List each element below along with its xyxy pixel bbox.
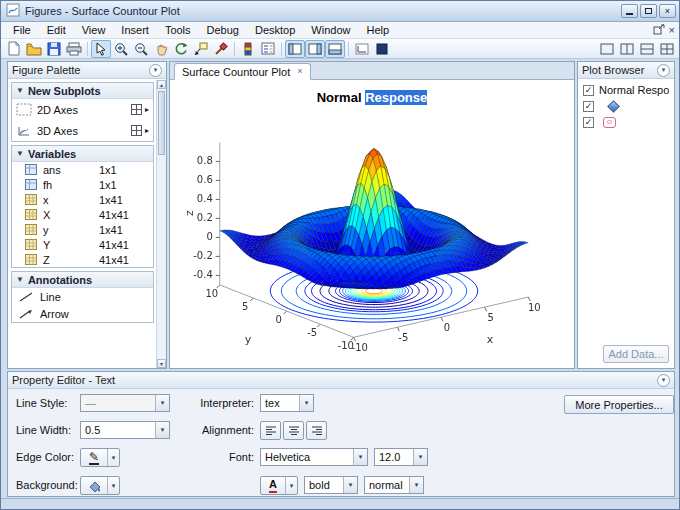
pan-button[interactable] xyxy=(151,40,171,58)
figure-color-button[interactable] xyxy=(372,40,392,58)
menu-help[interactable]: Help xyxy=(358,22,397,39)
contour-visible-checkbox[interactable]: ✓ xyxy=(583,117,594,128)
tile-single-button[interactable] xyxy=(597,40,617,58)
expand-icon[interactable]: ▸ xyxy=(145,126,149,135)
maximize-button[interactable] xyxy=(640,4,657,18)
figure-palette-header[interactable]: Figure Palette ▾ xyxy=(8,62,166,79)
tab-surface-contour-plot[interactable]: Surface Countour Plot × xyxy=(174,63,311,80)
variable-row-y[interactable]: y 1x41 xyxy=(12,222,153,237)
new-3d-axes-item[interactable]: 3D Axes ▸ xyxy=(12,120,153,141)
edit-plot-button[interactable] xyxy=(91,40,111,58)
axes-visible-checkbox[interactable]: ✓ xyxy=(583,85,594,96)
print-figure-button[interactable] xyxy=(64,40,84,58)
tile-grid-button[interactable] xyxy=(657,40,677,58)
font-size-select[interactable]: 12.0 ▾ xyxy=(374,448,428,466)
show-plot-browser-button[interactable] xyxy=(305,40,325,58)
variable-row-ans[interactable]: ans 1x1 xyxy=(12,162,153,177)
show-figure-palette-button[interactable] xyxy=(285,40,305,58)
surface-visible-checkbox[interactable]: ✓ xyxy=(583,101,594,112)
background-color-button[interactable]: ▾ xyxy=(80,476,120,495)
font-weight-select[interactable]: bold ▾ xyxy=(304,476,358,494)
menu-tools[interactable]: Tools xyxy=(157,22,199,39)
plot-browser-row-surface[interactable]: ✓ xyxy=(578,98,674,114)
tab-close-icon[interactable]: × xyxy=(297,67,302,76)
tile-top-bottom-button[interactable] xyxy=(637,40,657,58)
property-editor-menu-button[interactable]: ▾ xyxy=(657,374,670,387)
zoom-out-button[interactable] xyxy=(131,40,151,58)
rotate-3d-button[interactable] xyxy=(171,40,191,58)
font-angle-select[interactable]: normal ▾ xyxy=(364,476,424,494)
dropdown-arrow-icon[interactable]: ▾ xyxy=(285,477,297,494)
dropdown-arrow-icon[interactable]: ▾ xyxy=(155,395,169,411)
insert-axes-button[interactable] xyxy=(352,40,372,58)
close-button[interactable]: × xyxy=(659,4,676,18)
surface-plot-canvas[interactable] xyxy=(179,96,569,354)
document-bar-close-button[interactable]: × xyxy=(669,24,675,36)
dropdown-arrow-icon[interactable]: ▾ xyxy=(409,477,423,493)
property-editor-header[interactable]: Property Editor - Text ▾ xyxy=(8,372,674,389)
plot-browser-menu-button[interactable]: ▾ xyxy=(657,64,670,77)
save-figure-button[interactable] xyxy=(44,40,64,58)
variable-row-Y[interactable]: Y 41x41 xyxy=(12,237,153,252)
annotations-section-header[interactable]: ▼ Annotations xyxy=(12,272,153,288)
annotation-arrow-item[interactable]: Arrow xyxy=(12,305,153,322)
scroll-down-button[interactable]: ▾ xyxy=(157,359,166,368)
dropdown-arrow-icon[interactable]: ▾ xyxy=(107,449,119,466)
new-subplots-section-header[interactable]: ▼ New Subplots xyxy=(12,83,153,99)
annotation-line-item[interactable]: Line xyxy=(12,288,153,305)
font-color-button[interactable]: A ▾ xyxy=(260,476,298,495)
menu-view[interactable]: View xyxy=(74,22,114,39)
dropdown-arrow-icon[interactable]: ▾ xyxy=(413,449,427,465)
variable-row-fh[interactable]: fh 1x1 xyxy=(12,177,153,192)
variable-row-X[interactable]: X 41x41 xyxy=(12,207,153,222)
align-left-button[interactable] xyxy=(260,421,281,440)
font-family-select[interactable]: Helvetica ▾ xyxy=(260,448,368,466)
subplot-grid-icon[interactable] xyxy=(131,104,142,115)
show-property-editor-button[interactable] xyxy=(325,40,345,58)
scroll-up-button[interactable]: ▴ xyxy=(157,80,166,89)
variable-row-Z[interactable]: Z 41x41 xyxy=(12,252,153,267)
menu-desktop[interactable]: Desktop xyxy=(247,22,303,39)
figure-palette-scrollbar[interactable]: ▴ ▾ xyxy=(156,80,166,368)
menu-file[interactable]: File xyxy=(5,22,39,39)
plot-browser-row-axes[interactable]: ✓ Normal Response xyxy=(578,82,674,98)
brush-data-button[interactable] xyxy=(211,40,231,58)
dropdown-arrow-icon[interactable]: ▾ xyxy=(343,477,357,493)
line-width-select[interactable]: 0.5 ▾ xyxy=(80,421,170,439)
menu-window[interactable]: Window xyxy=(303,22,358,39)
minimize-button[interactable] xyxy=(621,4,638,18)
menu-edit[interactable]: Edit xyxy=(39,22,74,39)
align-center-button[interactable] xyxy=(283,421,304,440)
subplot-grid-icon[interactable] xyxy=(131,125,142,136)
scrollbar-thumb[interactable] xyxy=(158,91,165,155)
zoom-in-button[interactable] xyxy=(111,40,131,58)
open-file-button[interactable] xyxy=(24,40,44,58)
new-2d-axes-item[interactable]: 2D Axes ▸ xyxy=(12,99,153,120)
line-style-select[interactable]: — ▾ xyxy=(80,394,170,412)
insert-colorbar-button[interactable] xyxy=(238,40,258,58)
dropdown-arrow-icon[interactable]: ▾ xyxy=(299,395,313,411)
dropdown-arrow-icon[interactable]: ▾ xyxy=(155,422,169,438)
interpreter-select[interactable]: tex ▾ xyxy=(260,394,314,412)
tile-left-right-button[interactable] xyxy=(617,40,637,58)
edge-color-button[interactable]: ✎ ▾ xyxy=(80,448,120,467)
undock-button[interactable] xyxy=(653,24,665,37)
data-cursor-button[interactable] xyxy=(191,40,211,58)
variables-section-header[interactable]: ▼ Variables xyxy=(12,146,153,162)
add-data-button[interactable]: Add Data... xyxy=(603,345,669,363)
align-right-button[interactable] xyxy=(306,421,327,440)
more-properties-button[interactable]: More Properties... xyxy=(564,395,674,414)
new-figure-button[interactable] xyxy=(4,40,24,58)
align-left-icon xyxy=(265,426,277,436)
expand-icon[interactable]: ▸ xyxy=(145,105,149,114)
dropdown-arrow-icon[interactable]: ▾ xyxy=(353,449,367,465)
menu-insert[interactable]: Insert xyxy=(113,22,157,39)
titlebar[interactable]: Figures - Surface Countour Plot × xyxy=(1,1,680,22)
dropdown-arrow-icon[interactable]: ▾ xyxy=(107,477,119,494)
menu-debug[interactable]: Debug xyxy=(199,22,247,39)
plot-browser-header[interactable]: Plot Browser ▾ xyxy=(578,62,674,79)
figure-palette-menu-button[interactable]: ▾ xyxy=(149,64,162,77)
variable-row-x[interactable]: x 1x41 xyxy=(12,192,153,207)
plot-browser-row-contour[interactable]: ✓ xyxy=(578,114,674,130)
insert-legend-button[interactable] xyxy=(258,40,278,58)
